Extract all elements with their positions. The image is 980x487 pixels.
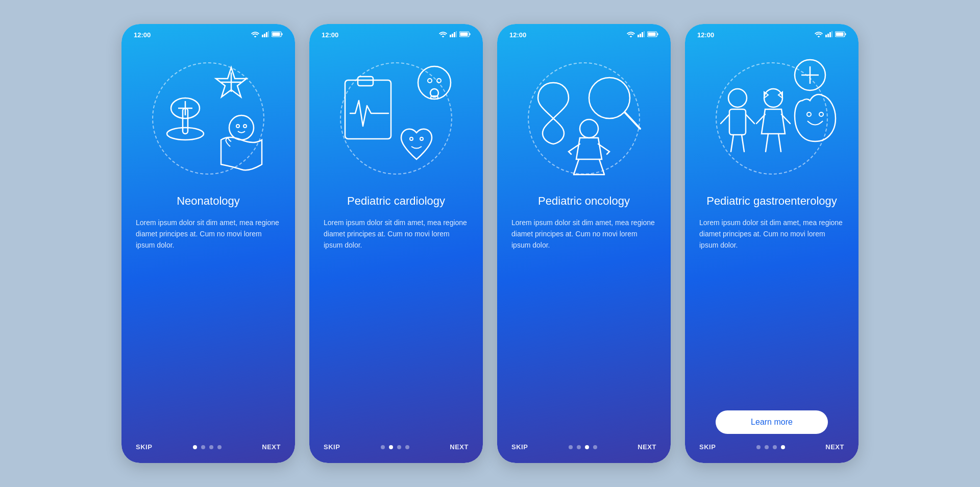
status-icons-2 [439,31,471,39]
svg-rect-1 [264,34,265,37]
svg-rect-46 [829,32,831,37]
status-bar-1: 12:00 [121,24,295,42]
dot-2-3 [397,445,401,449]
svg-rect-2 [266,32,267,37]
battery-icon-4 [835,31,846,39]
status-time-3: 12:00 [509,31,526,39]
status-bar-2: 12:00 [309,24,483,42]
status-icons-4 [815,31,846,39]
dot-3-2 [577,445,581,449]
svg-rect-36 [642,32,643,37]
wifi-icon-1 [251,31,259,39]
svg-rect-3 [268,31,269,37]
svg-rect-49 [836,33,844,36]
svg-rect-19 [452,34,453,37]
dot-1-1 [193,445,197,449]
svg-rect-5 [273,33,280,36]
next-button-1[interactable]: NEXT [262,443,281,451]
nav-bar-2: SKIP NEXT [309,438,483,451]
dashed-circle-2 [340,62,452,175]
wifi-icon-2 [439,31,447,39]
skip-button-2[interactable]: SKIP [324,443,340,451]
wifi-icon-3 [627,31,635,39]
dot-2-2 [389,445,393,449]
screen-content-4: Pediatric gastroenterology Lorem ipsum d… [685,190,859,438]
screen-content-1: Neonatology Lorem ipsum dolor sit dim am… [121,190,295,438]
status-bar-4: 12:00 [685,24,859,42]
svg-rect-34 [638,35,639,37]
svg-rect-44 [825,35,827,37]
screen-title-1: Neonatology [136,194,281,209]
svg-rect-6 [282,33,283,35]
dashed-circle-3 [528,62,640,175]
screen-title-2: Pediatric cardiology [324,194,469,209]
dot-4-1 [756,445,761,449]
illustration-neonatology [137,47,280,190]
screen-content-3: Pediatric oncology Lorem ipsum dolor sit… [497,190,671,438]
svg-rect-24 [470,33,471,35]
screen-neonatology: 12:00 [121,24,295,463]
illustration-gastro [700,47,843,190]
screens-container: 12:00 [121,24,859,463]
status-time-2: 12:00 [322,31,338,39]
svg-rect-0 [262,35,263,37]
nav-bar-4: SKIP NEXT [685,438,859,451]
screen-cardiology: 12:00 [309,24,483,463]
status-icons-1 [251,31,283,39]
svg-rect-20 [454,32,455,37]
next-button-2[interactable]: NEXT [450,443,469,451]
nav-bar-3: SKIP NEXT [497,438,671,451]
signal-icon-4 [825,31,832,39]
dot-2-1 [381,445,385,449]
skip-button-1[interactable]: SKIP [136,443,152,451]
screen-description-1: Lorem ipsum dolor sit dim amet, mea regi… [136,217,281,438]
svg-rect-23 [460,33,468,36]
svg-rect-40 [657,33,658,35]
signal-icon-1 [262,31,269,39]
svg-rect-47 [831,31,832,37]
screen-description-2: Lorem ipsum dolor sit dim amet, mea regi… [324,217,469,438]
illustration-oncology [512,47,655,190]
svg-rect-37 [644,31,645,37]
nav-bar-1: SKIP NEXT [121,438,295,451]
dashed-circle-1 [152,62,264,175]
screen-description-3: Lorem ipsum dolor sit dim amet, mea regi… [511,217,656,438]
skip-button-3[interactable]: SKIP [511,443,528,451]
screen-description-4: Lorem ipsum dolor sit dim amet, mea regi… [699,217,844,405]
svg-rect-45 [827,34,829,37]
nav-dots-3 [569,445,597,449]
screen-title-3: Pediatric oncology [511,194,656,209]
screen-title-4: Pediatric gastroenterology [699,194,844,209]
svg-rect-21 [456,31,457,37]
next-button-3[interactable]: NEXT [638,443,656,451]
screen-gastroenterology: 12:00 [685,24,859,463]
status-time-4: 12:00 [697,31,714,39]
signal-icon-2 [450,31,457,39]
next-button-4[interactable]: NEXT [825,443,844,451]
dot-3-1 [569,445,573,449]
nav-dots-2 [381,445,409,449]
status-time-1: 12:00 [134,31,151,39]
svg-rect-18 [450,35,451,37]
svg-rect-50 [845,33,846,35]
battery-icon-3 [647,31,658,39]
screen-oncology: 12:00 [497,24,671,463]
battery-icon-2 [459,31,471,39]
signal-icon-3 [638,31,645,39]
status-bar-3: 12:00 [497,24,671,42]
dot-4-2 [765,445,769,449]
dot-2-4 [405,445,409,449]
dot-3-3 [585,445,589,449]
battery-icon-1 [272,31,283,39]
screen-content-2: Pediatric cardiology Lorem ipsum dolor s… [309,190,483,438]
learn-more-button[interactable]: Learn more [716,410,828,434]
nav-dots-1 [193,445,222,449]
dashed-circle-4 [716,62,828,175]
dot-4-3 [773,445,777,449]
svg-rect-35 [640,34,641,37]
dot-1-3 [209,445,213,449]
svg-rect-39 [648,33,656,36]
skip-button-4[interactable]: SKIP [699,443,716,451]
status-icons-3 [627,31,658,39]
dot-4-4 [781,445,785,449]
